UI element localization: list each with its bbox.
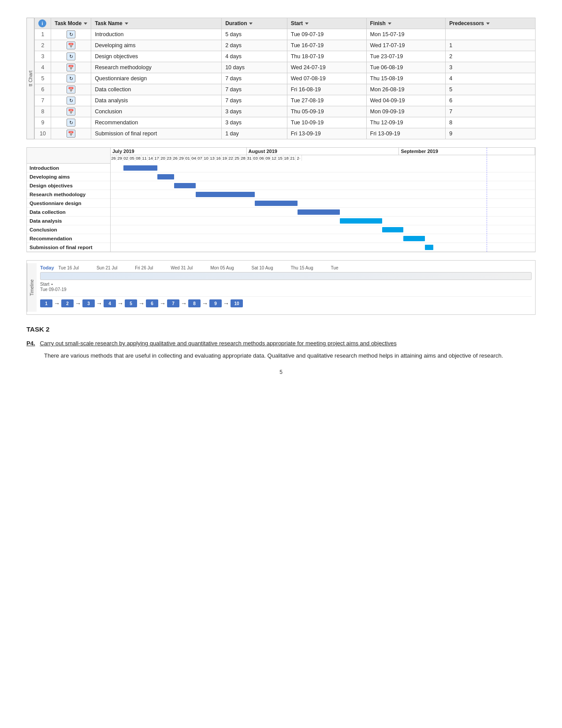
task-seq-box: 2	[61, 299, 74, 307]
gantt-label-row: Submission of final report	[27, 243, 110, 252]
th-start: Start	[287, 18, 366, 29]
gantt-label-row: Questionniare design	[27, 199, 110, 208]
gantt-day: 26	[111, 155, 117, 161]
gantt-task-labels: IntroductionDeveloping aimsDesign object…	[27, 164, 111, 252]
task-name-3: Design objectives	[91, 51, 222, 62]
task-seq-item: 2	[61, 299, 74, 307]
gantt-bar-row	[111, 208, 535, 217]
duration-9: 3 days	[222, 117, 287, 128]
task-seq-arrow: →	[138, 300, 145, 307]
finish-5: Thu 15-08-19	[366, 73, 446, 84]
row-num-3: 3	[35, 51, 51, 62]
gantt-label-row: Research methodology	[27, 190, 110, 199]
timeline-bar	[40, 272, 532, 280]
pred-9: 8	[446, 117, 536, 128]
gantt-day: 09	[265, 155, 271, 161]
timeline-start-date: ▪	[51, 282, 53, 287]
gantt-bar	[157, 174, 175, 179]
gantt-bar-row	[111, 225, 535, 234]
task-seq-item: 6	[146, 299, 158, 307]
duration-4: 10 days	[222, 62, 287, 73]
finish-6: Mon 26-08-19	[366, 84, 446, 95]
tl-date-8: Tue	[331, 265, 339, 270]
gantt-table-section: tt Chart i Task Mode Task Name	[26, 18, 536, 139]
task-mode-8: 📅	[51, 106, 91, 117]
gantt-bar	[123, 165, 157, 171]
start-1: Tue 09-07-19	[287, 29, 366, 40]
th-predecessors: Predecessors	[446, 18, 536, 29]
tl-date-3: Fri 26 Jul	[135, 265, 153, 270]
task-icon-3: ↻	[67, 52, 75, 60]
task-seq-item: 9	[209, 299, 222, 307]
start-9: Tue 10-09-19	[287, 117, 366, 128]
duration-8: 3 days	[222, 106, 287, 117]
task-name-8: Conclusion	[91, 106, 222, 117]
predecessors-header: Predecessors	[449, 20, 484, 26]
start-arrow	[305, 22, 309, 25]
gantt-day: 19	[222, 155, 228, 161]
gantt-day: 22	[228, 155, 234, 161]
gantt-bar	[425, 245, 433, 250]
finish-header: Finish	[370, 20, 386, 26]
pred-10: 9	[446, 128, 536, 139]
row-num-9: 9	[35, 117, 51, 128]
task-seq-item: 3	[82, 299, 95, 307]
start-8: Thu 05-09-19	[287, 106, 366, 117]
gantt-bar	[255, 201, 297, 206]
duration-6: 7 days	[222, 84, 287, 95]
task-icon-10: 📅	[67, 130, 75, 138]
timeline-start-area: Start ▪	[40, 282, 532, 287]
task-icon-2: 📅	[67, 41, 75, 49]
gantt-day: 15	[277, 155, 283, 161]
task-seq-box: 6	[146, 299, 158, 307]
task-seq-item: 7	[167, 299, 179, 307]
p4-label: P4.	[26, 340, 35, 347]
gantt-bar	[340, 218, 382, 224]
task2-title: TASK 2	[26, 325, 536, 333]
gantt-day: 02	[123, 155, 129, 161]
gantt-day: 31	[246, 155, 253, 161]
task-icon-7: ↻	[67, 97, 75, 105]
task-seq-arrow: →	[181, 300, 187, 307]
gantt-day: 29	[179, 155, 185, 161]
task-mode-6: 📅	[51, 84, 91, 95]
gantt-day: 23	[166, 155, 172, 161]
task-seq-item: 5	[125, 299, 137, 307]
task-name-1: Introduction	[91, 29, 222, 40]
gantt-day: 11	[141, 155, 148, 161]
task-name-arrow	[125, 22, 128, 25]
task-mode-3: ↻	[51, 51, 91, 62]
task-seq-arrow: →	[202, 300, 208, 307]
task-icon-9: ↻	[67, 119, 75, 127]
task-seq-arrow: →	[160, 300, 166, 307]
row-num-8: 8	[35, 106, 51, 117]
row-num-4: 4	[35, 62, 51, 73]
gantt-day: 29	[117, 155, 123, 161]
p4-line: P4. Carry out small-scale research by ap…	[26, 339, 536, 348]
gantt-day: 28	[240, 155, 246, 161]
duration-10: 1 day	[222, 128, 287, 139]
gantt-bar-row	[111, 181, 535, 190]
timeline-start-label: Start	[40, 282, 49, 287]
page-number: 5	[26, 369, 536, 375]
row-num-7: 7	[35, 95, 51, 106]
gantt-day: 2·	[296, 155, 302, 161]
start-header: Start	[291, 20, 303, 26]
gantt-bar	[174, 183, 195, 188]
duration-arrow	[249, 22, 253, 25]
gantt-label-row: Recommendation	[27, 234, 110, 243]
gantt-day: 21	[290, 155, 296, 161]
pred-5: 4	[446, 73, 536, 84]
task-mode-5: ↻	[51, 73, 91, 84]
tl-date-5: Mon 05 Aug	[210, 265, 234, 270]
timeline-start-date-text: Tue 09-07-19	[40, 287, 532, 292]
task-seq-arrow: →	[117, 300, 123, 307]
gantt-side-label: tt Chart	[26, 18, 34, 139]
gantt-day: 13	[209, 155, 216, 161]
gantt-day: 12	[271, 155, 277, 161]
gantt-day: 14	[148, 155, 154, 161]
finish-8: Mon 09-09-19	[366, 106, 446, 117]
p4-text: Carry out small-scale research by applyi…	[40, 340, 396, 347]
task-icon-1: ↻	[67, 30, 75, 38]
task-name-7: Data analysis	[91, 95, 222, 106]
